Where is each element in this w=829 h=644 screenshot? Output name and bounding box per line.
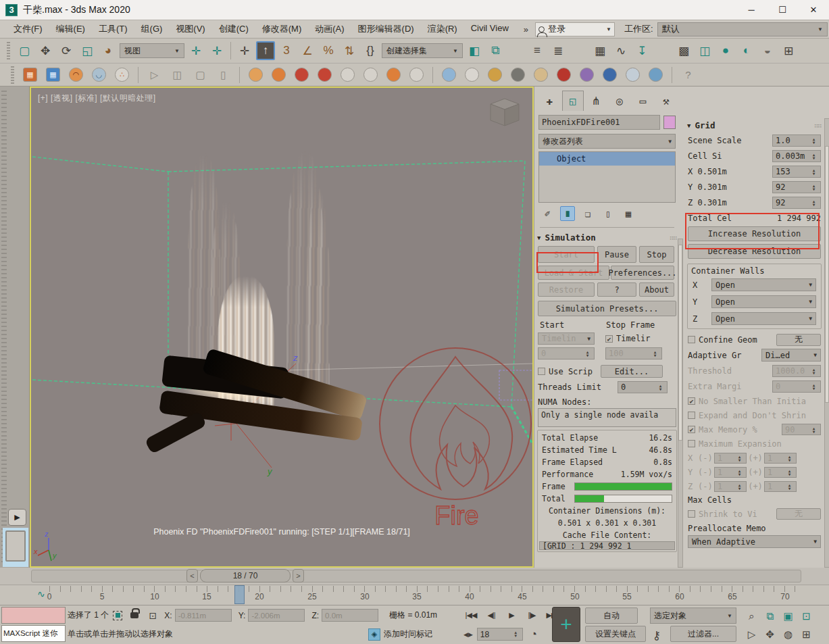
phoenix-help-icon[interactable]: ? xyxy=(681,68,695,82)
spinner-snap-icon[interactable]: ⇅ xyxy=(340,41,359,60)
grid-spinner[interactable]: 92 xyxy=(772,181,821,193)
preset-ocean-icon[interactable] xyxy=(649,68,663,82)
preset-gray-icon[interactable] xyxy=(409,68,424,82)
filters-button[interactable]: 过滤器... xyxy=(670,626,736,642)
remove-modifier-icon[interactable]: ▯ xyxy=(601,206,616,221)
preset-blood-icon[interactable] xyxy=(557,68,571,82)
align-icon[interactable]: ⧉ xyxy=(486,41,505,60)
wall-dropdown[interactable]: Open xyxy=(711,278,816,291)
current-frame-marker[interactable] xyxy=(234,585,245,604)
grid-checkbox-row[interactable]: ✔No Smaller Than Initia xyxy=(684,394,824,408)
numa-nodes-box[interactable]: Only a single node availa xyxy=(538,408,676,427)
selection-filter-dropdown[interactable]: 选定对象 xyxy=(650,608,736,624)
maxscript-mini-listener[interactable] xyxy=(1,607,66,624)
close-button[interactable]: ✕ xyxy=(798,0,829,20)
object-name-field[interactable]: PhoenixFDFire001 xyxy=(538,115,660,130)
menu-item[interactable]: 工具(T) xyxy=(92,21,134,37)
preset-droplet-icon[interactable] xyxy=(386,68,401,82)
expansion-pos-spinner[interactable]: 1 xyxy=(764,467,797,478)
next-frame-icon[interactable]: ||▶ xyxy=(524,611,540,620)
angle-snap-icon[interactable]: ∠ xyxy=(298,41,317,60)
stop-button[interactable]: Stop xyxy=(639,246,674,263)
frame-nudge-icon[interactable]: ◀▶ xyxy=(463,631,473,638)
phoenix-start-icon[interactable]: ▷ xyxy=(147,68,161,82)
expansion-neg-spinner[interactable]: 1 xyxy=(714,453,747,464)
render-setup-icon[interactable]: ▩ xyxy=(674,41,693,60)
dock-grip[interactable] xyxy=(1,89,7,562)
perspective-viewport[interactable]: [+] [透视] [标准] [默认明暗处理] Phoenix FD "Phoen… xyxy=(30,86,534,568)
grid-checkbox-row[interactable]: Expand and Don't Shrin xyxy=(684,408,824,422)
preset-smoke-icon[interactable] xyxy=(341,68,355,82)
phoenix-tool-icon[interactable] xyxy=(432,67,433,83)
shrink-checkbox[interactable] xyxy=(688,510,695,518)
snap-3d-icon[interactable]: 3 xyxy=(277,41,296,60)
threads-limit-spinner[interactable]: 0 xyxy=(618,381,668,393)
preallocate-dropdown[interactable]: When Adaptive xyxy=(688,535,821,548)
select-place-icon[interactable]: ◕ xyxy=(99,41,118,60)
increase-resolution-button[interactable]: Increase Resolution xyxy=(688,226,821,241)
preset-beer-icon[interactable] xyxy=(488,68,502,82)
tab-display[interactable]: ▭ xyxy=(632,91,654,111)
start-timeline-dropdown[interactable]: Timelin xyxy=(538,332,595,345)
grid-spinner[interactable]: 0.003m xyxy=(772,150,821,162)
zoom-extents-icon[interactable]: ▣ xyxy=(780,608,797,624)
next-frame-button[interactable]: > xyxy=(293,569,304,583)
start-button[interactable]: Start xyxy=(538,246,595,263)
use-selection-center-icon[interactable]: ✛ xyxy=(207,41,226,60)
preset-island-icon[interactable] xyxy=(534,68,548,82)
add-time-tag[interactable]: ◈ 添加时间标记 xyxy=(368,625,432,643)
z-coord-field[interactable]: 0.0m xyxy=(322,609,378,622)
use-script-checkbox[interactable] xyxy=(538,368,545,375)
object-color-swatch[interactable] xyxy=(663,116,676,129)
simulation-presets-button[interactable]: Simulation Presets... xyxy=(538,301,676,316)
expansion-neg-spinner[interactable]: 1 xyxy=(714,467,747,478)
show-end-result-icon[interactable]: ∎ xyxy=(560,206,575,221)
schematic-view-icon[interactable]: ↧ xyxy=(632,41,651,60)
set-keys-button[interactable]: 设置关键点 xyxy=(585,626,646,642)
select-region-icon[interactable]: ▢ xyxy=(15,41,34,60)
minimize-button[interactable]: ─ xyxy=(736,0,767,20)
prev-frame-icon[interactable]: ◀|| xyxy=(483,611,499,620)
render-last-icon[interactable]: ◒ xyxy=(758,41,777,60)
wall-dropdown[interactable]: Open xyxy=(711,295,816,308)
phoenix-pause-icon[interactable]: ◫ xyxy=(170,68,184,82)
view-dropdown[interactable]: 视图 ▼ xyxy=(120,43,184,58)
named-sets-icon[interactable]: {} xyxy=(361,41,380,60)
phoenix-particles-icon[interactable]: ∴ xyxy=(115,68,129,82)
toolbar-sep[interactable] xyxy=(653,41,672,60)
set-key-button[interactable]: + xyxy=(552,607,580,642)
phoenix-tool-icon[interactable] xyxy=(138,67,139,83)
max-memory-spinner[interactable]: 90 xyxy=(782,424,821,435)
render-iterative-icon[interactable]: ◐ xyxy=(737,41,756,60)
tab-hierarchy[interactable]: ⋔ xyxy=(585,91,607,111)
menu-item[interactable]: 文件(F) xyxy=(7,21,49,37)
menu-item[interactable]: 渲染(R) xyxy=(421,21,464,37)
grid-rollout-header[interactable]: ▼Grid∷∷ xyxy=(684,118,824,132)
mini-curve-editor-icon[interactable]: ∿ xyxy=(37,589,45,599)
start-frame-spinner[interactable]: 0 xyxy=(538,347,595,360)
play-icon[interactable]: ▶ xyxy=(503,611,520,620)
preset-milk-icon[interactable] xyxy=(465,68,479,82)
phoenix-liquid-source-icon[interactable]: ◡ xyxy=(92,68,106,82)
preset-fuel-explosion-icon[interactable] xyxy=(318,68,332,82)
maxscript-label[interactable]: MAXScript 迷你 xyxy=(1,625,66,642)
current-frame-field[interactable]: 18 xyxy=(477,628,523,641)
grid-spinner[interactable]: 1.0 xyxy=(772,134,821,147)
preset-fire-icon[interactable] xyxy=(272,68,286,82)
maximize-button[interactable]: ☐ xyxy=(767,0,798,20)
shrink-none-button[interactable]: 无 xyxy=(776,508,821,520)
expansion-neg-spinner[interactable]: 1 xyxy=(714,481,747,492)
scale-icon[interactable]: ◱ xyxy=(78,41,97,60)
scrollbar-thumb[interactable] xyxy=(825,146,829,403)
preferences-button[interactable]: Preferences... xyxy=(611,266,674,280)
menu-item[interactable]: Civil View xyxy=(464,21,516,37)
confine-geom-checkbox[interactable] xyxy=(688,336,695,343)
phoenix-fire-helper-icon[interactable]: ▦ xyxy=(23,68,37,82)
menu-item[interactable]: 视图(V) xyxy=(169,21,211,37)
stop-frame-spinner[interactable]: 100 xyxy=(605,347,662,360)
viewport-label[interactable]: [+] [透视] [标准] [默认明暗处理] xyxy=(38,93,156,104)
stop-timeline-checkbox[interactable]: ✔ Timelir xyxy=(605,334,651,343)
selection-bracket-icon[interactable] xyxy=(113,611,122,620)
phoenix-delete-icon[interactable]: ▯ xyxy=(216,68,230,82)
toolbar-sep[interactable] xyxy=(570,41,588,60)
